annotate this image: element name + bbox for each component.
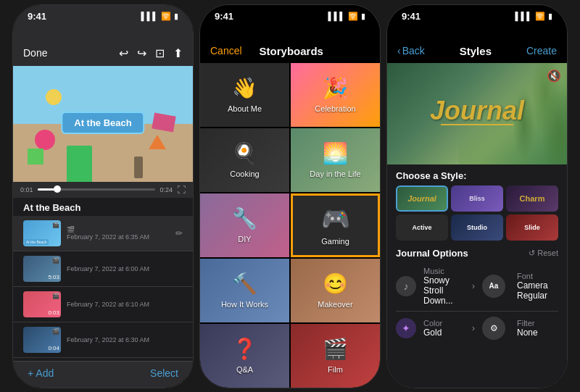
clip-info-2: February 7, 2022 at 6:00 AM [67,265,183,272]
music-option[interactable]: ♪ Music Snowy Stroll Down... › Aa Font C… [396,262,558,312]
clip-date-3: February 7, 2022 at 6:10 AM [67,301,183,308]
sb-item-gaming[interactable]: 🎮 Gaming [291,193,380,257]
style-charm[interactable]: Charm [506,185,558,212]
phone-2: 9:41 ▌▌▌ 🛜 ▮ Cancel Storyboards 👋 About … [199,4,381,388]
music-info: Music Snowy Stroll Down... [423,267,465,306]
sb-item-makeover[interactable]: 😊 Makeover [291,259,380,322]
beach-circle [35,130,55,150]
celebration-icon: 🎉 [323,76,348,100]
clip-edit-icon-1[interactable]: ✏ [175,228,183,238]
style-bliss[interactable]: Bliss [451,185,503,212]
timeline-dot [54,185,61,193]
reset-button[interactable]: ↺ Reset [529,249,558,258]
share-icon[interactable]: ⬆ [173,46,183,60]
phone2-topbar: Cancel Storyboards [200,25,380,63]
status-bar-2: 9:41 ▌▌▌ 🛜 ▮ [200,5,380,25]
signal-icon-3: ▌▌▌ [515,12,532,20]
sb-item-diy[interactable]: 🔧 DIY [200,193,289,257]
wifi-icon-2: 🛜 [348,12,358,21]
add-button[interactable]: + Add [28,367,54,379]
styles-grid: Journal Bliss Charm Active Studio [396,185,558,241]
journal-options-header: Journal Options ↺ Reset [396,248,558,259]
sb-item-howitworks[interactable]: 🔨 How It Works [200,259,289,322]
daylife-label: Day in the Life [310,170,360,178]
timeline-bar[interactable] [38,188,156,191]
beach-rect [28,149,44,164]
status-icons-1: ▌▌▌ 🛜 ▮ [141,12,178,21]
create-button[interactable]: Create [526,45,557,57]
format-icon[interactable]: ⊡ [155,46,165,60]
phone-3: 9:41 ▌▌▌ 🛜 ▮ ‹ Back Styles Create [386,4,568,388]
battery-icon-1: ▮ [174,12,178,21]
filter-title: Filter [517,319,558,328]
mute-icon[interactable]: 🔇 [547,69,561,83]
phone1-topbar: Done ↩ ↪ ⊡ ⬆ [13,25,193,66]
clip-thumb-4: 🎬 0:04 [23,327,61,353]
style-journal[interactable]: Journal [396,185,448,212]
wifi-icon-1: 🛜 [161,12,171,21]
clip-duration-4: 0:04 [48,345,59,351]
qa-icon: ❓ [232,337,257,361]
beach-tri [149,135,166,149]
howitworks-icon: 🔨 [232,272,257,296]
timeline-progress [38,188,55,191]
font-value: Camera Regular [517,280,558,301]
clip-item-2[interactable]: 🎬 5:03 February 7, 2022 at 6:00 AM [13,251,193,287]
style-bliss-label: Bliss [469,195,485,202]
clip-date-2: February 7, 2022 at 6:00 AM [67,265,183,272]
style-slide[interactable]: Slide [506,214,558,241]
project-title: At the Beach [13,198,193,216]
cooking-icon: 🍳 [232,141,257,165]
journal-options: Journal Options ↺ Reset ♪ Music Snowy St… [387,243,567,349]
color-filter-option[interactable]: ✦ Color Gold › ⚙ Filter None [396,312,558,345]
filter-icon: ⚙ [482,317,505,340]
status-bar-3: 9:41 ▌▌▌ 🛜 ▮ [387,5,567,25]
music-icon: ♪ [396,276,416,296]
style-journal-label: Journal [407,194,436,203]
clip-thumb-3: 🎬 0:03 [23,291,61,317]
signal-icon-2: ▌▌▌ [328,12,345,20]
battery-icon-2: ▮ [361,12,365,21]
time-start: 0:01 [20,186,33,193]
select-button[interactable]: Select [150,367,178,379]
redo-icon[interactable]: ↪ [137,46,146,60]
cancel-button[interactable]: Cancel [210,45,242,57]
clip-duration-3: 0:03 [48,309,59,316]
sb-item-about-me[interactable]: 👋 About Me [200,63,289,127]
back-button[interactable]: ‹ Back [397,45,425,57]
sb-item-film[interactable]: 🎬 Film [291,324,380,388]
status-icons-3: ▌▌▌ 🛜 ▮ [515,12,552,21]
phone1-content: 9:41 ▌▌▌ 🛜 ▮ Done ↩ ↪ ⊡ ⬆ [13,5,193,388]
done-button[interactable]: Done [23,47,47,59]
video-preview: At the Beach [13,66,193,182]
film-label: Film [328,365,343,374]
undo-icon[interactable]: ↩ [119,46,128,60]
color-icon: ✦ [396,318,416,338]
storyboard-grid: 👋 About Me 🎉 Celebration 🍳 Cooking 🌅 Day… [200,63,380,388]
clip-info-3: February 7, 2022 at 6:10 AM [67,301,183,308]
about-me-icon: 👋 [232,76,257,100]
style-active[interactable]: Active [396,214,448,241]
style-active-label: Active [412,224,431,231]
phone3-content: 9:41 ▌▌▌ 🛜 ▮ ‹ Back Styles Create [387,5,567,388]
camera-icon-2: 🎬 [52,257,59,264]
diy-icon: 🔧 [232,207,257,230]
style-studio[interactable]: Studio [451,214,503,241]
daylife-icon: 🌅 [323,141,348,165]
color-value: Gold [423,328,465,338]
clip-item-1[interactable]: 🎬 🎬 February 7, 2022 at 6:35 AM ✏ [13,216,193,251]
back-label: Back [402,45,425,57]
sb-item-celebration[interactable]: 🎉 Celebration [291,63,380,127]
color-chevron: › [472,323,475,333]
makeover-icon: 😊 [323,272,348,296]
clip-item-4[interactable]: 🎬 0:04 February 7, 2022 at 6:30 AM [13,322,193,358]
expand-icon[interactable]: ⛶ [177,185,186,195]
clip-info-4: February 7, 2022 at 6:30 AM [67,336,183,343]
sb-item-cooking[interactable]: 🍳 Cooking [200,128,289,192]
phone2-content: 9:41 ▌▌▌ 🛜 ▮ Cancel Storyboards 👋 About … [200,5,380,388]
sb-item-qa[interactable]: ❓ Q&A [200,324,289,388]
clip-item-3[interactable]: 🎬 0:03 February 7, 2022 at 6:10 AM [13,287,193,322]
color-title: Color [423,319,465,328]
sb-item-daylife[interactable]: 🌅 Day in the Life [291,128,380,192]
font-icon: Aa [482,275,505,298]
